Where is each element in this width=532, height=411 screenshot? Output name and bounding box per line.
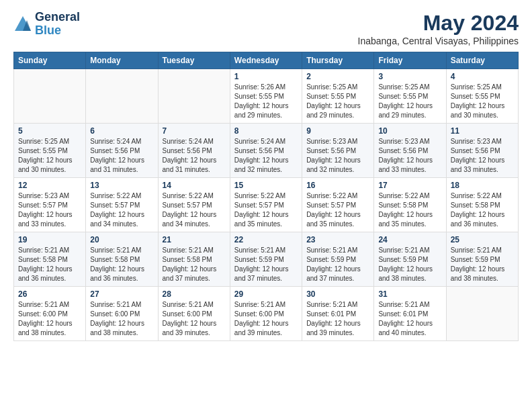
day-number: 28 [163, 289, 226, 299]
calendar-cell: 14Sunrise: 5:22 AM Sunset: 5:57 PM Dayli… [158, 178, 230, 232]
day-info: Sunrise: 5:23 AM Sunset: 5:57 PM Dayligh… [18, 191, 81, 229]
day-info: Sunrise: 5:22 AM Sunset: 5:57 PM Dayligh… [163, 191, 226, 229]
day-info: Sunrise: 5:22 AM Sunset: 5:57 PM Dayligh… [90, 191, 153, 229]
weekday-header: Saturday [446, 52, 518, 69]
calendar-cell: 20Sunrise: 5:21 AM Sunset: 5:58 PM Dayli… [86, 232, 158, 287]
main-title: May 2024 [358, 11, 519, 36]
logo-text: General Blue [35, 11, 80, 38]
calendar-cell: 31Sunrise: 5:21 AM Sunset: 6:01 PM Dayli… [374, 287, 446, 341]
calendar-cell: 16Sunrise: 5:22 AM Sunset: 5:57 PM Dayli… [302, 178, 374, 232]
day-info: Sunrise: 5:22 AM Sunset: 5:57 PM Dayligh… [306, 191, 369, 229]
day-number: 2 [306, 72, 369, 81]
day-info: Sunrise: 5:25 AM Sunset: 5:55 PM Dayligh… [378, 83, 441, 120]
day-info: Sunrise: 5:21 AM Sunset: 5:59 PM Dayligh… [451, 246, 514, 283]
day-info: Sunrise: 5:21 AM Sunset: 6:01 PM Dayligh… [378, 300, 441, 338]
calendar-cell [158, 69, 230, 124]
day-info: Sunrise: 5:25 AM Sunset: 5:55 PM Dayligh… [451, 83, 514, 120]
calendar-cell: 9Sunrise: 5:23 AM Sunset: 5:56 PM Daylig… [302, 124, 374, 178]
day-info: Sunrise: 5:23 AM Sunset: 5:56 PM Dayligh… [306, 137, 369, 175]
day-info: Sunrise: 5:25 AM Sunset: 5:55 PM Dayligh… [18, 137, 81, 175]
calendar-cell [446, 287, 518, 341]
day-info: Sunrise: 5:23 AM Sunset: 5:56 PM Dayligh… [451, 137, 514, 175]
day-number: 5 [18, 126, 81, 136]
day-number: 1 [234, 72, 298, 81]
calendar-cell: 28Sunrise: 5:21 AM Sunset: 6:00 PM Dayli… [158, 287, 230, 341]
day-number: 17 [378, 181, 441, 190]
day-info: Sunrise: 5:21 AM Sunset: 6:00 PM Dayligh… [18, 300, 81, 338]
day-number: 3 [378, 72, 441, 81]
calendar-body: 1Sunrise: 5:26 AM Sunset: 5:55 PM Daylig… [14, 69, 519, 341]
day-info: Sunrise: 5:25 AM Sunset: 5:55 PM Dayligh… [306, 83, 369, 120]
day-info: Sunrise: 5:22 AM Sunset: 5:58 PM Dayligh… [378, 191, 441, 229]
calendar-cell: 23Sunrise: 5:21 AM Sunset: 5:59 PM Dayli… [302, 232, 374, 287]
day-number: 10 [378, 126, 441, 136]
weekday-header: Friday [374, 52, 446, 69]
calendar-cell: 24Sunrise: 5:21 AM Sunset: 5:59 PM Dayli… [374, 232, 446, 287]
day-info: Sunrise: 5:21 AM Sunset: 6:00 PM Dayligh… [234, 300, 298, 338]
day-info: Sunrise: 5:23 AM Sunset: 5:56 PM Dayligh… [378, 137, 441, 175]
day-info: Sunrise: 5:24 AM Sunset: 5:56 PM Dayligh… [234, 137, 298, 175]
calendar-week-row: 1Sunrise: 5:26 AM Sunset: 5:55 PM Daylig… [14, 69, 519, 124]
day-number: 18 [451, 181, 514, 190]
weekday-header: Monday [86, 52, 158, 69]
day-info: Sunrise: 5:21 AM Sunset: 6:00 PM Dayligh… [90, 300, 153, 338]
day-number: 16 [306, 181, 369, 190]
calendar-cell: 7Sunrise: 5:24 AM Sunset: 5:56 PM Daylig… [158, 124, 230, 178]
weekday-header: Tuesday [158, 52, 230, 69]
calendar-week-row: 5Sunrise: 5:25 AM Sunset: 5:55 PM Daylig… [14, 124, 519, 178]
calendar-cell: 1Sunrise: 5:26 AM Sunset: 5:55 PM Daylig… [230, 69, 302, 124]
calendar-cell: 18Sunrise: 5:22 AM Sunset: 5:58 PM Dayli… [446, 178, 518, 232]
calendar-cell: 5Sunrise: 5:25 AM Sunset: 5:55 PM Daylig… [14, 124, 86, 178]
calendar-cell: 10Sunrise: 5:23 AM Sunset: 5:56 PM Dayli… [374, 124, 446, 178]
calendar-cell: 12Sunrise: 5:23 AM Sunset: 5:57 PM Dayli… [14, 178, 86, 232]
calendar-cell: 3Sunrise: 5:25 AM Sunset: 5:55 PM Daylig… [374, 69, 446, 124]
logo-line2: Blue [35, 24, 80, 38]
calendar-cell: 17Sunrise: 5:22 AM Sunset: 5:58 PM Dayli… [374, 178, 446, 232]
logo: General Blue [13, 11, 80, 38]
calendar-cell: 11Sunrise: 5:23 AM Sunset: 5:56 PM Dayli… [446, 124, 518, 178]
day-number: 25 [451, 235, 514, 244]
calendar-cell: 8Sunrise: 5:24 AM Sunset: 5:56 PM Daylig… [230, 124, 302, 178]
subtitle: Inabanga, Central Visayas, Philippines [358, 36, 519, 46]
calendar-cell: 4Sunrise: 5:25 AM Sunset: 5:55 PM Daylig… [446, 69, 518, 124]
day-number: 14 [163, 181, 226, 190]
day-info: Sunrise: 5:22 AM Sunset: 5:58 PM Dayligh… [451, 191, 514, 229]
calendar-cell: 22Sunrise: 5:21 AM Sunset: 5:59 PM Dayli… [230, 232, 302, 287]
calendar-cell [86, 69, 158, 124]
day-number: 29 [234, 289, 298, 299]
day-number: 27 [90, 289, 153, 299]
calendar-cell: 6Sunrise: 5:24 AM Sunset: 5:56 PM Daylig… [86, 124, 158, 178]
day-info: Sunrise: 5:21 AM Sunset: 5:58 PM Dayligh… [163, 246, 226, 283]
day-info: Sunrise: 5:21 AM Sunset: 5:59 PM Dayligh… [378, 246, 441, 283]
weekday-header: Sunday [14, 52, 86, 69]
day-info: Sunrise: 5:21 AM Sunset: 6:00 PM Dayligh… [163, 300, 226, 338]
day-number: 22 [234, 235, 298, 244]
calendar-week-row: 26Sunrise: 5:21 AM Sunset: 6:00 PM Dayli… [14, 287, 519, 341]
day-number: 15 [234, 181, 298, 190]
calendar-cell: 29Sunrise: 5:21 AM Sunset: 6:00 PM Dayli… [230, 287, 302, 341]
day-info: Sunrise: 5:21 AM Sunset: 5:59 PM Dayligh… [306, 246, 369, 283]
calendar-cell: 27Sunrise: 5:21 AM Sunset: 6:00 PM Dayli… [86, 287, 158, 341]
day-number: 20 [90, 235, 153, 244]
day-number: 19 [18, 235, 81, 244]
calendar-cell: 25Sunrise: 5:21 AM Sunset: 5:59 PM Dayli… [446, 232, 518, 287]
day-number: 6 [90, 126, 153, 136]
day-number: 11 [451, 126, 514, 136]
day-info: Sunrise: 5:22 AM Sunset: 5:57 PM Dayligh… [234, 191, 298, 229]
logo-line1: General [35, 11, 80, 24]
day-number: 24 [378, 235, 441, 244]
calendar-table: SundayMondayTuesdayWednesdayThursdayFrid… [13, 52, 519, 341]
day-info: Sunrise: 5:21 AM Sunset: 5:59 PM Dayligh… [234, 246, 298, 283]
day-number: 26 [18, 289, 81, 299]
weekday-header: Thursday [302, 52, 374, 69]
calendar-week-row: 19Sunrise: 5:21 AM Sunset: 5:58 PM Dayli… [14, 232, 519, 287]
day-number: 21 [163, 235, 226, 244]
day-info: Sunrise: 5:21 AM Sunset: 5:58 PM Dayligh… [90, 246, 153, 283]
day-number: 4 [451, 72, 514, 81]
title-block: May 2024 Inabanga, Central Visayas, Phil… [358, 11, 519, 46]
calendar-cell: 30Sunrise: 5:21 AM Sunset: 6:01 PM Dayli… [302, 287, 374, 341]
day-number: 31 [378, 289, 441, 299]
day-number: 7 [163, 126, 226, 136]
day-number: 13 [90, 181, 153, 190]
day-number: 23 [306, 235, 369, 244]
